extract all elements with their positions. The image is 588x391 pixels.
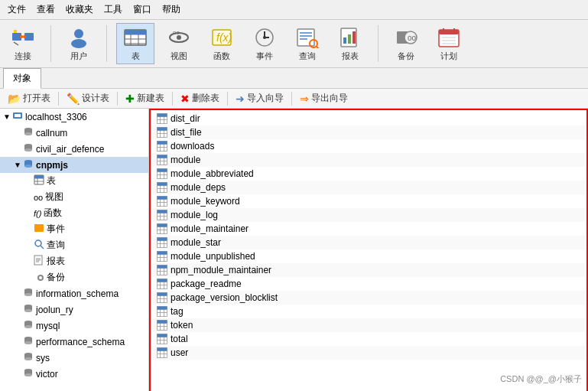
toolbar-function[interactable]: f(x) 函数 xyxy=(203,24,240,64)
action-divider-2 xyxy=(117,92,118,106)
toolbar-view[interactable]: oo 视图 xyxy=(161,24,197,64)
action-new[interactable]: ✚ 新建表 xyxy=(121,90,169,106)
svg-rect-60 xyxy=(34,175,44,178)
sidebar[interactable]: ▼ localhost_3306 callnum civil_air_defen… xyxy=(0,109,149,391)
toolbar-schedule[interactable]: 计划 xyxy=(430,24,467,64)
table-grid-icon xyxy=(157,306,167,317)
table-name-label: module_deps xyxy=(171,182,226,193)
user-icon xyxy=(65,25,93,50)
events-label: 事件 xyxy=(47,223,65,236)
tree-item-backups[interactable]: 备份 xyxy=(0,269,148,285)
table-list-item[interactable]: module_star xyxy=(152,236,585,249)
functions-label: 函数 xyxy=(44,207,62,220)
tree-item-views[interactable]: oo 视图 xyxy=(0,189,148,205)
table-name-label: tag xyxy=(171,306,184,317)
action-import[interactable]: ➜ 导入向导 xyxy=(231,90,288,106)
query-icon xyxy=(294,25,321,50)
tree-item-reports[interactable]: 报表 xyxy=(0,253,148,269)
tree-item-victor[interactable]: victor xyxy=(0,366,148,382)
tree-item-joolun[interactable]: joolun_ry xyxy=(0,301,148,318)
toolbar-table[interactable]: 表 xyxy=(116,23,154,64)
open-icon: 📂 xyxy=(8,93,21,105)
svg-rect-15 xyxy=(125,30,146,34)
table-list-item[interactable]: downloads xyxy=(152,139,585,153)
table-name-label: token xyxy=(171,320,193,331)
menu-view[interactable]: 查看 xyxy=(32,2,60,18)
table-name-label: total xyxy=(171,334,188,344)
svg-rect-46 xyxy=(15,114,21,117)
table-list-item[interactable]: module_maintainer xyxy=(152,222,585,236)
table-list-item[interactable]: user xyxy=(152,346,585,360)
menu-file[interactable]: 文件 xyxy=(3,2,31,18)
action-design-label: 设计表 xyxy=(82,92,109,105)
action-open[interactable]: 📂 打开表 xyxy=(3,90,55,106)
tree-item-queries[interactable]: 查询 xyxy=(0,237,148,253)
action-delete[interactable]: ✖ 删除表 xyxy=(176,90,224,106)
toolbar-report[interactable]: 报表 xyxy=(332,24,369,64)
table-list-item[interactable]: module_keyword xyxy=(152,194,585,208)
mysql-label: mysql xyxy=(36,321,60,331)
tree-item-localhost[interactable]: ▼ localhost_3306 xyxy=(0,109,148,125)
table-list-item[interactable]: package_readme xyxy=(152,277,585,291)
table-list-item[interactable]: module_log xyxy=(152,208,585,222)
table-list-item[interactable]: token xyxy=(152,318,585,332)
toolbar-user[interactable]: 用户 xyxy=(60,24,97,64)
table-list-item[interactable]: total xyxy=(152,332,585,346)
table-grid-icon xyxy=(157,223,167,234)
tree-item-callnum[interactable]: callnum xyxy=(0,125,148,141)
table-list-item[interactable]: package_version_blocklist xyxy=(152,291,585,305)
menu-tools[interactable]: 工具 xyxy=(99,2,127,18)
tree-item-functions[interactable]: f() 函数 xyxy=(0,205,148,221)
action-delete-label: 删除表 xyxy=(192,92,219,105)
tree-item-sys[interactable]: sys xyxy=(0,350,148,366)
table-list-item[interactable]: tag xyxy=(152,305,585,318)
toolbar-backup[interactable]: oo 备份 xyxy=(388,24,424,64)
table-list-item[interactable]: module_unpublished xyxy=(152,249,585,263)
menu-window[interactable]: 窗口 xyxy=(128,2,156,18)
action-new-label: 新建表 xyxy=(137,92,164,105)
table-name-label: dist_dir xyxy=(171,113,200,124)
svg-line-30 xyxy=(317,47,319,48)
tree-item-info-schema[interactable]: information_schema xyxy=(0,285,148,301)
table-list-item[interactable]: module_deps xyxy=(152,181,585,194)
menu-help[interactable]: 帮助 xyxy=(158,2,185,18)
db-icon-mysql xyxy=(23,319,34,332)
tree-item-performance[interactable]: performance_schema xyxy=(0,334,148,350)
svg-rect-171 xyxy=(158,293,167,296)
table-list-item[interactable]: module_abbreviated xyxy=(152,167,585,181)
table-list-item[interactable]: module xyxy=(152,153,585,167)
tree-item-mysql[interactable]: mysql xyxy=(0,318,148,334)
delete-icon: ✖ xyxy=(180,93,190,105)
action-export[interactable]: ⇒ 导出向导 xyxy=(295,90,352,106)
tab-bar: 对象 xyxy=(0,68,588,89)
tab-object[interactable]: 对象 xyxy=(3,68,41,89)
tree-item-civil[interactable]: civil_air_defence xyxy=(0,141,148,157)
table-name-label: module_log xyxy=(171,210,218,220)
action-design[interactable]: ✏️ 设计表 xyxy=(62,90,114,106)
table-list-item[interactable]: dist_file xyxy=(152,125,585,139)
table-grid-icon xyxy=(157,347,167,358)
content-area[interactable]: dist_dir dist_file downloads module modu… xyxy=(149,109,588,391)
toolbar-query[interactable]: 查询 xyxy=(289,24,326,64)
svg-rect-5 xyxy=(14,30,17,33)
svg-point-87 xyxy=(24,373,32,376)
toggle-cnpmjs[interactable]: ▼ xyxy=(14,161,23,169)
toolbar-event[interactable]: 事件 xyxy=(246,24,283,64)
menu-bar: 文件 查看 收藏夹 工具 窗口 帮助 xyxy=(0,0,588,20)
svg-rect-99 xyxy=(158,128,167,131)
queries-group-icon xyxy=(34,239,44,252)
tree-item-tables[interactable]: 表 xyxy=(0,173,148,189)
tree-item-events[interactable]: 事件 xyxy=(0,221,148,237)
svg-rect-25 xyxy=(297,29,314,46)
svg-rect-135 xyxy=(158,210,167,213)
toolbar-connect[interactable]: 连接 xyxy=(5,24,41,64)
table-grid-icon xyxy=(157,292,167,303)
toggle-localhost[interactable]: ▼ xyxy=(3,112,12,121)
svg-rect-93 xyxy=(158,114,167,117)
table-name-label: npm_module_maintainer xyxy=(171,265,271,275)
table-list-item[interactable]: npm_module_maintainer xyxy=(152,263,585,277)
table-list-item[interactable]: dist_dir xyxy=(152,112,585,125)
svg-rect-34 xyxy=(352,31,356,44)
menu-favorites[interactable]: 收藏夹 xyxy=(61,2,98,18)
tree-item-cnpmjs[interactable]: ▼ cnpmjs xyxy=(0,157,148,173)
